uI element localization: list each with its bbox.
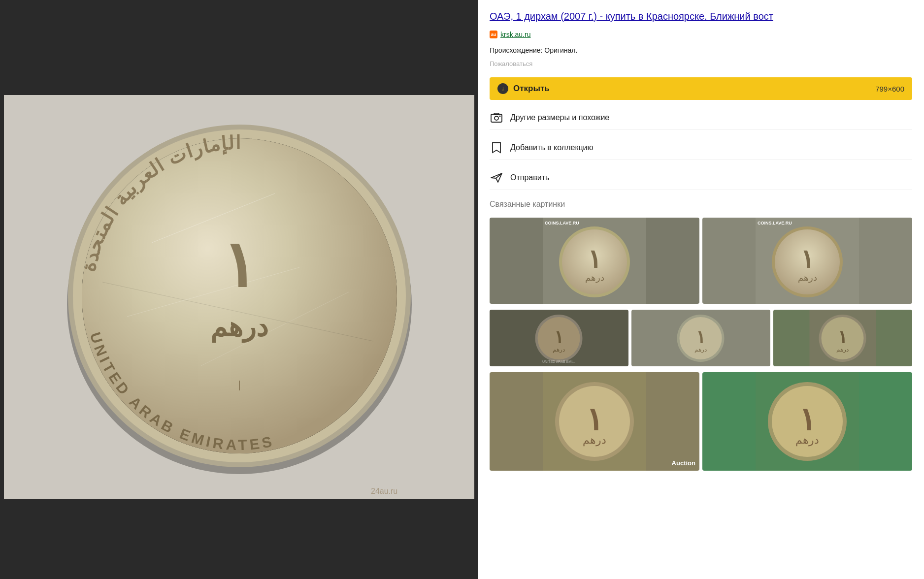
download-icon: ↓ [497,83,508,94]
svg-text:درهم: درهم [583,434,606,447]
main-image-container[interactable]: الإمارات العربية المتحدة ١ درهم UNITED A… [4,95,474,499]
related-coin-3: ١ درهم UNITED ARAB EMI... [490,310,628,366]
complaint-link[interactable]: Пожаловаться [490,60,912,67]
related-image-4[interactable]: ١ درهم [631,310,770,366]
related-image-7[interactable]: ١ درهم [702,372,912,471]
svg-point-17 [495,116,498,120]
related-coin-5: ١ درهم [773,310,912,366]
related-coin-1: COINS.LAVE.RU ١ درهم [490,218,699,304]
bookmark-icon [490,141,503,155]
svg-text:درهم: درهم [210,312,268,343]
svg-text:درهم: درهم [795,434,819,447]
svg-point-19 [499,116,501,117]
svg-text:١: ١ [554,327,563,347]
related-image-5[interactable]: ١ درهم [773,310,912,366]
related-images-middle-grid: ١ درهم UNITED ARAB EMI... ١ درهم ١ درهم [490,310,912,366]
action-add-collection-label: Добавить в коллекцию [510,143,594,152]
svg-text:UNITED ARAB EMI...: UNITED ARAB EMI... [542,360,575,363]
svg-text:١: ١ [799,402,816,437]
svg-text:١: ١ [696,327,705,347]
related-coin-7: ١ درهم [702,372,912,471]
open-button-left: ↓ Открыть [497,83,550,94]
related-image-3[interactable]: ١ درهم UNITED ARAB EMI... [490,310,628,366]
open-button-size: 799×600 [875,85,904,93]
svg-text:درهم: درهم [836,346,849,353]
main-coin-image: الإمارات العربية المتحدة ١ درهم UNITED A… [4,95,474,499]
related-image-1[interactable]: COINS.LAVE.RU ١ درهم [490,218,699,304]
related-image-6[interactable]: ١ درهم Auction [490,372,699,471]
page-title[interactable]: ОАЭ, 1 дирхам (2007 г.) - купить в Красн… [490,10,912,23]
origin-text: Происхождение: Оригинал. [490,46,912,54]
svg-text:١: ١ [586,402,603,437]
svg-text:١: ١ [222,229,257,301]
related-image-2[interactable]: COINS.LAVE.RU ١ درهم [702,218,912,304]
auction-label: Auction [672,459,695,467]
related-images-bottom-grid: ١ درهم Auction ١ درهم [490,372,912,471]
right-panel: ОАЭ, 1 дирхам (2007 г.) - купить в Красн… [478,0,924,579]
open-label: Открыть [513,84,550,94]
svg-text:١: ١ [838,327,847,347]
open-button[interactable]: ↓ Открыть 799×600 [490,77,912,100]
action-other-sizes-label: Другие размеры и похожие [510,113,609,122]
action-send-label: Отправить [510,173,549,182]
svg-text:درهم: درهم [694,346,707,353]
action-add-collection[interactable]: Добавить в коллекцию [490,136,912,160]
svg-text:١: ١ [588,245,601,273]
site-badge-icon: au [490,31,497,38]
svg-text:COINS.LAVE.RU: COINS.LAVE.RU [758,221,792,225]
related-coin-2: COINS.LAVE.RU ١ درهم [702,218,912,304]
site-url[interactable]: krsk.au.ru [500,31,530,38]
svg-text:24au.ru: 24au.ru [371,487,397,495]
svg-text:درهم: درهم [798,273,817,283]
svg-rect-16 [491,114,502,122]
related-coin-4: ١ درهم [631,310,770,366]
related-coin-6: ١ درهم [490,372,699,471]
svg-text:COINS.LAVE.RU: COINS.LAVE.RU [545,221,579,225]
camera-icon [490,111,503,125]
action-send[interactable]: Отправить [490,166,912,190]
svg-text:درهم: درهم [585,273,604,283]
action-other-sizes[interactable]: Другие размеры и похожие [490,106,912,130]
left-panel: الإمارات العربية المتحدة ١ درهم UNITED A… [0,0,478,579]
svg-text:١: ١ [800,245,814,273]
send-icon [490,171,503,185]
related-images-title: Связанные картинки [490,200,912,209]
svg-text:درهم: درهم [553,346,565,353]
site-badge-row: au krsk.au.ru [490,31,912,38]
related-images-top-grid: COINS.LAVE.RU ١ درهم COINS.LAVE.RU ١ دره… [490,218,912,304]
